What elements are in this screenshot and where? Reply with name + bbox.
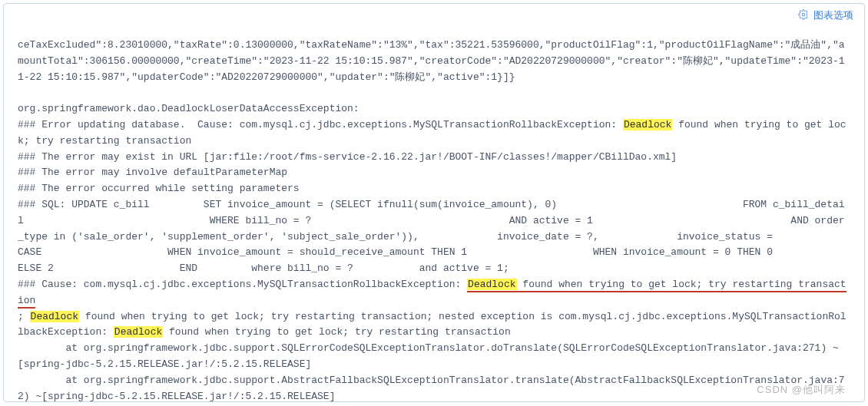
- highlight-deadlock: Deadlock: [467, 279, 516, 290]
- log-line: ### The error occurred while setting par…: [18, 183, 300, 194]
- log-output[interactable]: ceTaxExcluded":8.23010000,"taxRate":0.13…: [4, 4, 864, 402]
- log-line: ### The error may involve defaultParamet…: [18, 167, 287, 178]
- chart-options-button[interactable]: 图表选项: [798, 8, 853, 22]
- highlight-deadlock: Deadlock: [30, 311, 79, 322]
- watermark-text: CSDN @他叫阿来: [757, 383, 846, 397]
- chart-options-label: 图表选项: [813, 8, 853, 22]
- log-line: ### The error may exist in URL [jar:file…: [18, 151, 677, 163]
- log-line: ### SQL: UPDATE c_bill SET invoice_amoun…: [18, 199, 865, 274]
- log-line: at org.springframework.jdbc.support.SQLE…: [18, 342, 839, 370]
- log-line: at org.springframework.jdbc.support.Abst…: [18, 375, 845, 402]
- log-line: ### Error updating database. Cause: com.…: [18, 119, 623, 130]
- log-line: ### Cause: com.mysql.cj.jdbc.exceptions.…: [18, 279, 467, 290]
- gear-icon: [798, 9, 809, 22]
- log-line: ;: [18, 311, 30, 322]
- log-line: ceTaxExcluded":8.23010000,"taxRate":0.13…: [18, 39, 845, 83]
- highlight-deadlock: Deadlock: [114, 326, 163, 338]
- svg-point-0: [802, 13, 805, 16]
- highlight-deadlock: Deadlock: [623, 119, 672, 130]
- log-line: org.springframework.dao.DeadlockLoserDat…: [18, 103, 359, 114]
- log-line: found when trying to get lock; try resta…: [163, 326, 510, 338]
- log-panel: 图表选项 ceTaxExcluded":8.23010000,"taxRate"…: [3, 3, 865, 402]
